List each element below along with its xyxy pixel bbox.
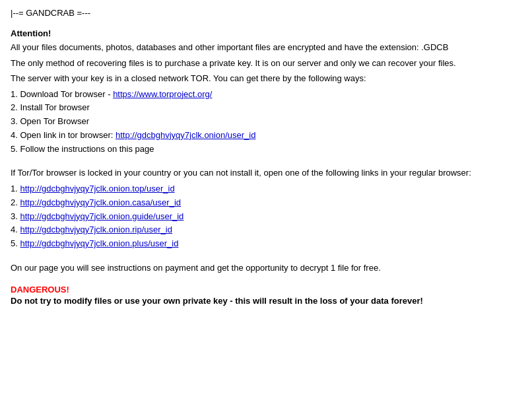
alt-link-5: 5. http://gdcbghvjyqy7jclk.onion.plus/us… [11, 237, 521, 251]
alt-link-2: 2. http://gdcbghvjyqy7jclk.onion.casa/us… [11, 196, 521, 210]
alt-link-2-number: 2. [11, 197, 18, 207]
intro-line-2: The only method of recovering files is t… [11, 57, 521, 70]
alt-link-2-url[interactable]: http://gdcbghvjyqy7jclk.onion.casa/user_… [20, 197, 181, 207]
step-5: 5. Follow the instructions on this page [11, 143, 521, 157]
attention-label: Attention! [11, 28, 521, 38]
alt-link-4: 4. http://gdcbghvjyqy7jclk.onion.rip/use… [11, 223, 521, 237]
step-2: 2. Install Tor browser [11, 101, 521, 115]
alt-link-5-number: 5. [11, 238, 18, 248]
step-4: 4. Open link in tor browser: http://gdcb… [11, 129, 521, 143]
attention-section: Attention! All your files documents, pho… [11, 28, 521, 85]
step-3-number: 3. [11, 116, 18, 126]
step-5-number: 5. [11, 144, 18, 154]
dangerous-text: Do not try to modify files or use your o… [11, 295, 521, 308]
alt-link-4-url[interactable]: http://gdcbghvjyqy7jclk.onion.rip/user_i… [20, 225, 172, 234]
step-4-number: 4. [11, 130, 18, 140]
page-info: On our page you will see instructions on… [11, 261, 521, 275]
alt-link-5-url[interactable]: http://gdcbghvjyqy7jclk.onion.plus/user_… [20, 238, 178, 248]
alt-link-1: 1. http://gdcbghvjyqy7jclk.onion.top/use… [11, 182, 521, 196]
alt-link-3-number: 3. [11, 211, 18, 221]
tor-download-link[interactable]: https://www.torproject.org/ [113, 89, 212, 99]
title: |--= GANDCRAB =--- [11, 8, 521, 18]
intro-line-1: All your files documents, photos, databa… [11, 41, 521, 54]
step-2-number: 2. [11, 102, 18, 112]
alt-link-3-url[interactable]: http://gdcbghvjyqy7jclk.onion.guide/user… [20, 211, 183, 221]
alt-link-1-number: 1. [11, 184, 18, 193]
step-4-text: Open link in tor browser: [20, 130, 116, 140]
alt-links-list: 1. http://gdcbghvjyqy7jclk.onion.top/use… [11, 182, 521, 251]
step-1-text: Download Tor browser - [20, 89, 113, 99]
dangerous-label: DANGEROUS! [11, 285, 521, 295]
alt-link-3: 3. http://gdcbghvjyqy7jclk.onion.guide/u… [11, 210, 521, 224]
step-3: 3. Open Tor Browser [11, 115, 521, 129]
tor-locked-text: If Tor/Tor browser is locked in your cou… [11, 166, 521, 180]
alt-link-1-url[interactable]: http://gdcbghvjyqy7jclk.onion.top/user_i… [20, 184, 174, 193]
tor-onion-link[interactable]: http://gdcbghvjyqy7jclk.onion/user_id [116, 130, 255, 140]
step-1-number: 1. [11, 89, 18, 99]
alt-link-4-number: 4. [11, 225, 18, 234]
step-1: 1. Download Tor browser - https://www.to… [11, 88, 521, 102]
steps-list: 1. Download Tor browser - https://www.to… [11, 88, 521, 157]
intro-line-3: The server with your key is in a closed … [11, 72, 521, 85]
